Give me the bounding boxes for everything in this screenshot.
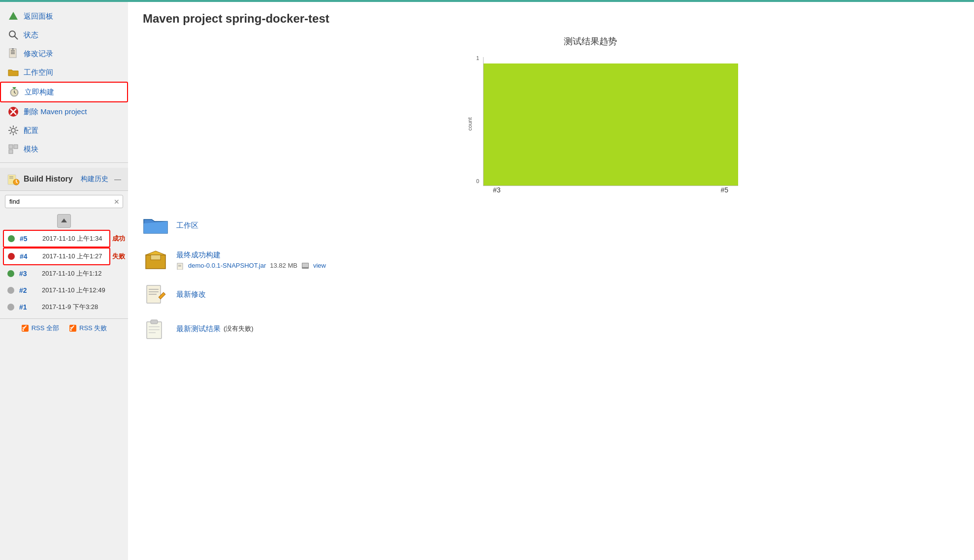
sidebar: 返回面板 状态 修改记录 工作空间 立即构建 [0, 2, 128, 560]
info-latest-changes-text: 最新修改 [176, 290, 206, 299]
svg-rect-26 [14, 145, 18, 149]
sidebar-label-status: 状态 [24, 31, 38, 40]
svg-rect-46 [302, 263, 308, 267]
chart-bar [484, 63, 738, 186]
delete-red-icon [7, 105, 20, 118]
sidebar-item-modules[interactable]: 模块 [0, 140, 128, 158]
sidebar-divider [0, 162, 128, 163]
info-workspace-text: 工作区 [176, 221, 198, 230]
build-row-5: #5 2017-11-10 上午1:34 成功 [3, 230, 125, 248]
info-last-success-text: 最终成功构建 demo-0.0.1-SNAPSHOT.jar 13.82 MB … [176, 250, 326, 270]
sidebar-item-back-panel[interactable]: 返回面板 [0, 7, 128, 26]
sidebar-label-delete-maven: 删除 Maven project [24, 107, 87, 117]
info-last-success: 最终成功构建 demo-0.0.1-SNAPSHOT.jar 13.82 MB … [143, 247, 959, 273]
arrow-up-green-icon [7, 10, 20, 23]
bh-footer: RSS 全部 RSS 失败 [0, 318, 128, 336]
chart-y-max: 1 [476, 55, 479, 61]
svg-point-16 [11, 128, 15, 132]
info-latest-changes: 最新修改 [143, 281, 959, 307]
info-latest-test: 最新测试结果 (没有失败) [143, 316, 959, 342]
chart-title: 测试结果趋势 [564, 35, 617, 47]
rss-all-link[interactable]: RSS 全部 [21, 324, 59, 333]
x-tick-2: #5 [720, 186, 728, 194]
build-link-1[interactable]: #1 [19, 303, 37, 311]
status-dot-1 [7, 304, 14, 311]
build-date-2: 2017-11-10 上午12:49 [42, 286, 105, 295]
bh-dash: — [114, 175, 121, 183]
svg-line-21 [10, 127, 11, 128]
sidebar-label-modules: 模块 [24, 145, 38, 154]
svg-rect-3 [9, 49, 16, 58]
build-link-2[interactable]: #2 [19, 286, 37, 294]
bh-title: Build History [24, 175, 73, 184]
build-item-5[interactable]: #5 2017-11-10 上午1:34 [3, 230, 110, 248]
latest-changes-link[interactable]: 最新修改 [176, 290, 206, 299]
build-badge-5: 成功 [112, 234, 125, 243]
chart-x-ticks: #3 #5 [483, 186, 738, 194]
jar-file-link[interactable]: demo-0.0.1-SNAPSHOT.jar [188, 262, 266, 269]
svg-rect-7 [12, 48, 14, 50]
info-workspace: 工作区 [143, 213, 959, 238]
build-badge-4: 失败 [112, 252, 125, 261]
open-folder-icon [143, 213, 168, 238]
svg-rect-27 [9, 150, 13, 154]
status-dot-2 [7, 287, 14, 294]
build-clock-icon [8, 86, 21, 98]
sidebar-label-change-log: 修改记录 [24, 49, 53, 59]
sidebar-item-change-log[interactable]: 修改记录 [0, 44, 128, 63]
svg-marker-40 [146, 251, 165, 255]
chart-area [483, 57, 738, 186]
main-content: Maven project spring-docker-test 测试结果趋势 … [128, 2, 974, 560]
chart-container: count 1 0 #3 #5 [462, 50, 738, 198]
status-dot-4 [8, 253, 15, 260]
sidebar-label-workspace: 工作空间 [24, 68, 53, 77]
bh-search-input[interactable] [5, 195, 111, 208]
build-date-1: 2017-11-9 下午3:28 [42, 303, 98, 311]
sidebar-item-status[interactable]: 状态 [0, 26, 128, 44]
latest-test-link[interactable]: 最新测试结果 [176, 324, 221, 334]
box-icon [143, 247, 168, 273]
sidebar-item-config[interactable]: 配置 [0, 121, 128, 140]
chart-y-min: 0 [476, 178, 479, 184]
svg-point-1 [9, 31, 15, 37]
page-title: Maven project spring-docker-test [143, 12, 959, 26]
build-item-3[interactable]: #3 2017-11-10 上午1:12 [3, 265, 125, 282]
build-row-4: #4 2017-11-10 上午1:27 失败 [3, 248, 125, 265]
sidebar-item-build-now[interactable]: 立即构建 [0, 82, 128, 102]
svg-line-2 [15, 36, 18, 40]
build-date-3: 2017-11-10 上午1:12 [42, 269, 101, 278]
bh-history-link[interactable]: 构建历史 [81, 175, 108, 184]
sidebar-item-workspace[interactable]: 工作空间 [0, 63, 128, 82]
svg-marker-34 [61, 218, 67, 222]
build-date-5: 2017-11-10 上午1:34 [42, 234, 102, 243]
rss-fail-link[interactable]: RSS 失败 [69, 324, 107, 333]
build-date-4: 2017-11-10 上午1:27 [42, 252, 102, 261]
jar-size: 13.82 MB [270, 262, 297, 269]
bh-search-clear[interactable]: ✕ [111, 198, 123, 206]
gear-icon [7, 124, 20, 137]
x-tick-1: #3 [493, 186, 501, 194]
svg-rect-53 [147, 322, 162, 339]
build-item-1[interactable]: #1 2017-11-9 下午3:28 [3, 299, 125, 315]
bh-header: Build History 构建历史 — [0, 168, 128, 191]
last-success-link[interactable]: 最终成功构建 [176, 250, 326, 260]
svg-marker-0 [9, 12, 18, 20]
scroll-up-button[interactable] [57, 214, 71, 228]
last-success-sub: demo-0.0.1-SNAPSHOT.jar 13.82 MB view [176, 262, 326, 270]
build-item-2[interactable]: #2 2017-11-10 上午12:49 [3, 282, 125, 299]
workspace-link[interactable]: 工作区 [176, 221, 198, 230]
bh-list: #5 2017-11-10 上午1:34 成功 #4 2017-11-10 上午… [0, 230, 128, 315]
magnifier-icon [7, 29, 20, 41]
svg-point-38 [70, 330, 72, 331]
build-link-3[interactable]: #3 [19, 270, 37, 278]
folder-icon [7, 66, 20, 79]
info-section: 工作区 最终成功构建 demo-0.0.1-SNAPSHOT.jar 13.82… [143, 213, 959, 342]
bh-header-icon [7, 173, 20, 186]
svg-line-23 [15, 127, 17, 128]
build-link-4[interactable]: #4 [20, 252, 37, 260]
build-item-4[interactable]: #4 2017-11-10 上午1:27 [3, 248, 110, 265]
rss-all-label: RSS 全部 [32, 324, 59, 333]
sidebar-item-delete-maven[interactable]: 删除 Maven project [0, 102, 128, 121]
build-link-5[interactable]: #5 [20, 235, 37, 243]
view-link[interactable]: view [313, 262, 326, 269]
